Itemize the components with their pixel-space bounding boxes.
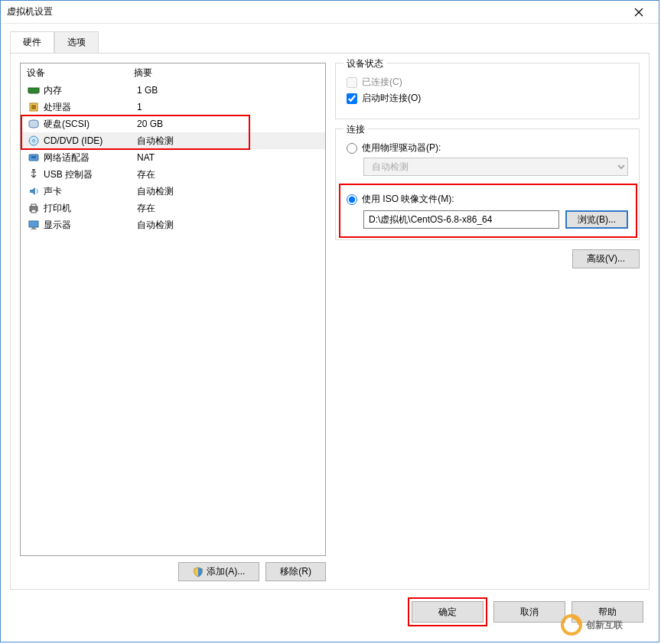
cpu-icon	[28, 101, 40, 113]
advanced-button[interactable]: 高级(V)...	[572, 249, 640, 268]
left-panel: 设备 摘要 内存 1 GB 处理器 1	[20, 63, 326, 581]
svg-rect-10	[31, 204, 36, 207]
printer-icon	[28, 202, 40, 214]
table-row[interactable]: 内存 1 GB	[21, 82, 325, 99]
tab-hardware[interactable]: 硬件	[10, 31, 54, 54]
table-row[interactable]: 硬盘(SCSI) 20 GB	[21, 115, 325, 132]
cancel-button[interactable]: 取消	[493, 601, 565, 623]
tab-body: 设备 摘要 内存 1 GB 处理器 1	[10, 53, 650, 590]
connection-group: 连接 使用物理驱动器(P): 自动检测	[335, 128, 640, 240]
disk-icon	[28, 118, 40, 130]
device-status-group: 设备状态 已连接(C) 启动时连接(O)	[335, 63, 640, 119]
svg-rect-7	[31, 156, 36, 158]
svg-rect-8	[32, 169, 35, 171]
table-header: 设备 摘要	[21, 63, 325, 82]
physical-drive-radio[interactable]	[347, 143, 357, 154]
usb-icon	[28, 168, 40, 181]
titlebar: 虚拟机设置	[1, 1, 659, 24]
sound-icon	[28, 185, 40, 197]
connect-power-on-checkbox[interactable]	[347, 93, 357, 104]
svg-rect-2	[31, 105, 36, 109]
device-status-title: 设备状态	[344, 57, 386, 70]
physical-drive-combo: 自动检测	[363, 158, 628, 176]
table-row[interactable]: USB 控制器 存在	[21, 166, 325, 183]
svg-point-5	[33, 140, 35, 142]
ok-button[interactable]: 确定	[412, 601, 484, 623]
iso-path-input[interactable]	[363, 210, 559, 229]
right-panel: 设备状态 已连接(C) 启动时连接(O) 连接	[335, 63, 640, 581]
table-row[interactable]: CD/DVD (IDE) 自动检测	[21, 132, 325, 149]
col-summary-header: 摘要	[134, 67, 319, 80]
remove-button[interactable]: 移除(R)	[265, 562, 326, 581]
shield-icon	[193, 567, 204, 577]
close-icon	[633, 6, 645, 18]
physical-combo-wrap: 自动检测	[363, 158, 628, 176]
physical-drive-radio-row[interactable]: 使用物理驱动器(P):	[347, 141, 628, 154]
window-title: 虚拟机设置	[7, 5, 622, 18]
connection-title: 连接	[344, 123, 368, 136]
hardware-table: 设备 摘要 内存 1 GB 处理器 1	[20, 63, 326, 556]
left-actions: 添加(A)... 移除(R)	[20, 562, 326, 581]
help-button[interactable]: 帮助	[571, 601, 643, 623]
display-icon	[28, 219, 40, 231]
network-icon	[28, 151, 40, 164]
vm-settings-window: 虚拟机设置 硬件 选项 设备 摘要 内存	[0, 0, 659, 642]
svg-rect-14	[31, 229, 37, 229]
add-button[interactable]: 添加(A)...	[178, 562, 259, 581]
browse-button[interactable]: 浏览(B)...	[565, 210, 628, 229]
table-row[interactable]: 显示器 自动检测	[21, 216, 325, 233]
close-button[interactable]	[622, 2, 656, 22]
connected-checkbox	[347, 77, 357, 88]
highlight-ok: 确定	[408, 597, 487, 626]
iso-radio[interactable]	[347, 194, 357, 205]
svg-rect-13	[32, 227, 35, 229]
memory-icon	[28, 84, 40, 96]
table-row[interactable]: 处理器 1	[21, 99, 325, 115]
svg-rect-0	[28, 88, 39, 93]
footer: 确定 取消 帮助	[10, 590, 650, 633]
iso-radio-row[interactable]: 使用 ISO 映像文件(M):	[347, 193, 628, 206]
col-device-header: 设备	[27, 67, 134, 80]
tab-options[interactable]: 选项	[54, 31, 99, 54]
table-row[interactable]: 网络适配器 NAT	[21, 149, 325, 166]
advanced-row: 高级(V)...	[335, 249, 640, 268]
highlight-iso-section: 使用 ISO 映像文件(M): 浏览(B)...	[339, 184, 637, 238]
connect-power-on-row[interactable]: 启动时连接(O)	[347, 92, 628, 105]
svg-rect-12	[29, 221, 38, 227]
cd-icon	[28, 135, 40, 147]
table-row[interactable]: 打印机 存在	[21, 200, 325, 216]
iso-path-row: 浏览(B)...	[363, 210, 628, 229]
table-row[interactable]: 声卡 自动检测	[21, 183, 325, 200]
tabs: 硬件 选项	[10, 31, 650, 54]
svg-rect-11	[31, 210, 36, 213]
connected-checkbox-row: 已连接(C)	[347, 76, 628, 89]
content-area: 硬件 选项 设备 摘要 内存 1 GB	[1, 24, 659, 642]
